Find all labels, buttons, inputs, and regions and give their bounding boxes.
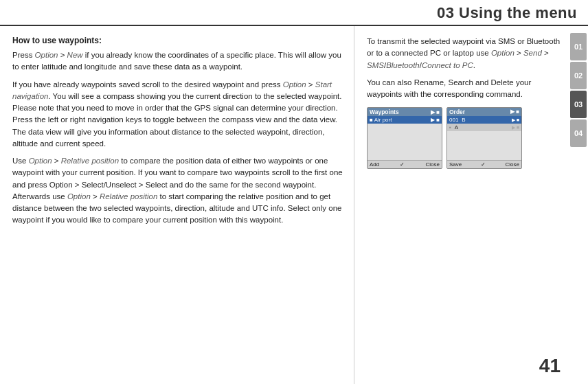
side-tab-02[interactable]: 02 (570, 62, 587, 89)
link-send: Send (523, 49, 542, 57)
left-column: How to use waypoints: Press Option > New… (0, 26, 354, 384)
side-tab-03[interactable]: 03 (570, 91, 587, 118)
page-title: 03 Using the menu (437, 4, 577, 22)
link-relative-position-2: Relative position (100, 192, 157, 201)
link-relative-position-1: Relative position (61, 157, 119, 165)
paragraph-3: Use Option > Relative position to compar… (12, 155, 343, 227)
side-tab-04[interactable]: 04 (570, 119, 587, 147)
link-new: New (67, 51, 83, 59)
screen-waypoints-row: ■ Air port ▶ ■ (368, 116, 442, 124)
screen-waypoints: Waypoints ▶ ■ ■ Air port ▶ ■ Add ✓ Close (367, 107, 442, 169)
page-header: 03 Using the menu (0, 0, 588, 26)
screen-order-footer: Save ✓ Close (447, 160, 521, 168)
link-option-right: Option (491, 49, 514, 57)
screen-order-body (447, 131, 521, 160)
screen-order: Order ▶ ■ 001 B ▶ ■ ▪ A ▶ ■ Save ✓ Cl (446, 107, 522, 169)
screen-waypoints-body (368, 124, 442, 160)
link-sms: SMS (367, 61, 384, 69)
right-column: To transmit the selected waypoint via SM… (354, 26, 588, 384)
side-tab-01[interactable]: 01 (570, 33, 587, 60)
paragraph-right-2: You can also Rename, Search and Delete y… (367, 77, 562, 101)
screen-waypoints-title: Waypoints ▶ ■ (368, 108, 442, 116)
screen-waypoints-footer: Add ✓ Close (368, 160, 442, 168)
link-option-4: Option (67, 192, 91, 201)
paragraph-1: Press Option > New if you already know t… (12, 49, 343, 73)
side-tabs: 01 02 03 04 (569, 26, 588, 384)
link-option-2: Option (283, 80, 306, 89)
page-number: 41 (539, 355, 561, 377)
link-option-1: Option (35, 51, 58, 59)
screen-order-title: Order ▶ ■ (447, 108, 521, 116)
screen-order-row2: ▪ A ▶ ■ (447, 124, 521, 131)
paragraph-2: If you have already waypoints saved scro… (12, 79, 343, 150)
paragraph-right-1: To transmit the selected waypoint via SM… (367, 36, 562, 71)
phone-mockup-container: Waypoints ▶ ■ ■ Air port ▶ ■ Add ✓ Close… (367, 107, 562, 169)
link-bluetooth: Bluetooth (386, 61, 420, 69)
screen-order-row1: 001 B ▶ ■ (447, 116, 521, 124)
link-connect-to-pc: Connect to PC (422, 61, 473, 69)
section-heading: How to use waypoints: (12, 36, 343, 45)
link-option-3: Option (29, 157, 52, 165)
main-content: How to use waypoints: Press Option > New… (0, 26, 588, 384)
